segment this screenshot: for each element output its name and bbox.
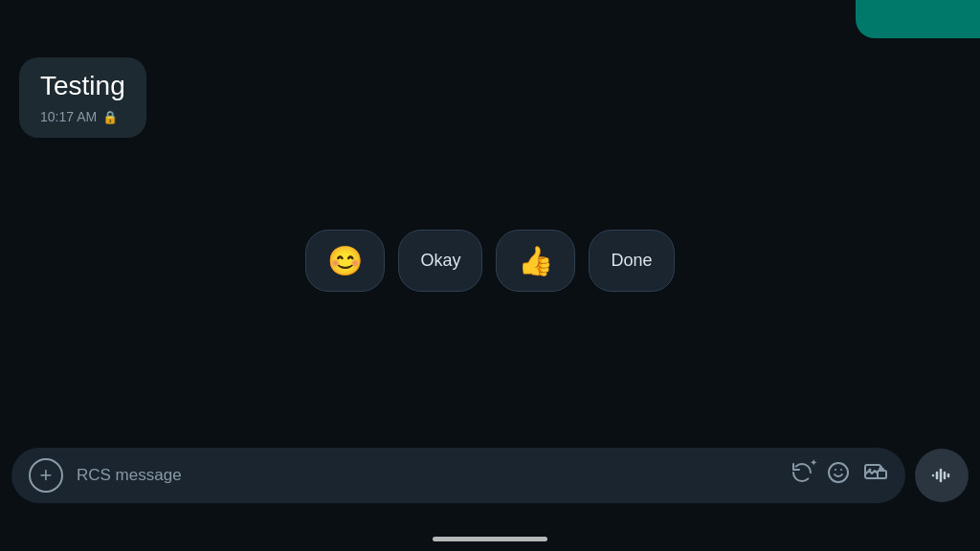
message-bubble: Testing 10:17 AM 🔒	[19, 57, 146, 138]
chip-emoji-smile[interactable]: 😊	[305, 230, 385, 292]
sparkle-icon: ✦	[810, 457, 817, 468]
quick-replies-bar: 😊 Okay 👍 Done	[0, 230, 980, 292]
message-text: Testing	[40, 71, 125, 101]
svg-point-0	[829, 463, 848, 482]
voice-button[interactable]	[915, 449, 969, 502]
svg-point-4	[869, 469, 872, 472]
emoji-picker-icon[interactable]	[827, 461, 850, 490]
add-button[interactable]: +	[29, 458, 63, 493]
message-time: 10:17 AM 🔒	[40, 109, 125, 124]
message-input[interactable]: RCS message	[77, 466, 777, 485]
okay-label: Okay	[420, 251, 460, 271]
input-bar: + RCS message ✦	[11, 448, 905, 503]
lock-icon: 🔒	[102, 110, 118, 124]
plus-icon: +	[40, 463, 53, 488]
svg-rect-5	[878, 471, 886, 478]
chip-thumbs-up[interactable]: 👍	[496, 230, 575, 292]
chip-done[interactable]: Done	[589, 230, 674, 292]
time-label: 10:17 AM	[40, 109, 97, 124]
input-area: + RCS message ✦	[11, 448, 969, 503]
ai-rewrite-icon[interactable]: ✦	[791, 461, 813, 490]
chip-okay[interactable]: Okay	[398, 230, 482, 292]
smile-emoji: 😊	[327, 244, 363, 277]
top-right-accent	[856, 0, 980, 38]
done-label: Done	[611, 251, 652, 271]
media-picker-icon[interactable]	[863, 461, 888, 490]
thumbs-up-emoji: 👍	[518, 244, 553, 277]
home-indicator	[433, 537, 547, 541]
input-icons: ✦	[791, 461, 888, 490]
waveform-icon	[930, 464, 953, 487]
